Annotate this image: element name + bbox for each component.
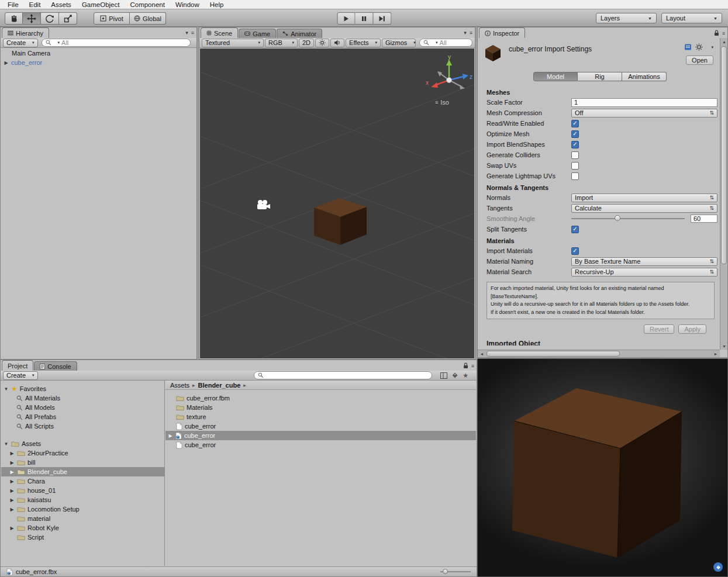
project-search-input[interactable]: [254, 371, 432, 379]
import-blendshapes-checkbox[interactable]: ✓: [571, 141, 579, 148]
material-search-dropdown[interactable]: Recursive-Up ⇅: [571, 268, 717, 277]
tangents-dropdown[interactable]: Calculate ⇅: [571, 204, 717, 213]
breadcrumb-assets[interactable]: Assets: [170, 382, 189, 389]
slider-thumb[interactable]: [615, 215, 620, 221]
gear-icon[interactable]: [695, 43, 703, 51]
hand-tool-button[interactable]: [5, 12, 23, 25]
tab-project[interactable]: Project: [2, 360, 33, 371]
orientation-gizmo[interactable]: y x z: [425, 54, 474, 103]
folder-blender-cube[interactable]: ▶ Blender_cube: [1, 467, 164, 476]
favorite-all-prefabs[interactable]: All Prefabs: [1, 412, 164, 421]
label-tag-icon[interactable]: [451, 372, 458, 379]
audio-toggle-button[interactable]: [330, 39, 344, 47]
lock-icon[interactable]: [463, 362, 468, 369]
file-cube-error-selected[interactable]: ▶ cube_error: [165, 431, 476, 440]
scroll-left-icon[interactable]: ◄: [478, 350, 486, 358]
lock-icon[interactable]: [714, 30, 719, 36]
folder-locomotion-setup[interactable]: ▶ Locomotion Setup: [1, 505, 164, 514]
file-texture[interactable]: texture: [165, 412, 476, 421]
tab-model[interactable]: Model: [533, 72, 578, 81]
step-button[interactable]: [373, 12, 391, 25]
expander-icon[interactable]: ▶: [9, 526, 15, 531]
tab-rig[interactable]: Rig: [578, 72, 622, 81]
pivot-toggle-button[interactable]: Pivot: [94, 12, 130, 25]
folder-house-01[interactable]: ▶ house_01: [1, 486, 164, 495]
mesh-compression-dropdown[interactable]: Off ⇅: [571, 109, 717, 118]
asset-label-button[interactable]: [713, 562, 723, 572]
chevron-down-icon[interactable]: ▾: [185, 30, 188, 36]
layers-dropdown[interactable]: Layers ▼: [596, 13, 657, 23]
folder-chara[interactable]: ▶ Chara: [1, 476, 164, 486]
folder-material[interactable]: material: [1, 514, 164, 523]
gizmos-dropdown[interactable]: Gizmos ▾: [382, 39, 416, 47]
layout-dropdown[interactable]: Layout ▼: [661, 13, 722, 23]
scene-search-input[interactable]: ▾ All: [419, 39, 472, 47]
chevron-down-icon[interactable]: ▾: [711, 45, 713, 50]
generate-lightmap-checkbox[interactable]: [571, 172, 579, 180]
smoothing-angle-slider[interactable]: [571, 218, 685, 219]
scale-factor-input[interactable]: 1: [571, 98, 717, 107]
rotate-tool-button[interactable]: [41, 12, 59, 25]
scroll-up-icon[interactable]: ▲: [720, 38, 728, 45]
expander-icon[interactable]: ▶: [9, 507, 15, 512]
favorite-all-models[interactable]: All Models: [1, 403, 164, 412]
file-cube-error-1[interactable]: cube_error: [165, 421, 476, 431]
menu-gameobject[interactable]: GameObject: [77, 1, 125, 9]
expander-icon[interactable]: ▶: [168, 433, 173, 438]
folder-bill[interactable]: ▶ bill: [1, 458, 164, 467]
breadcrumb-current[interactable]: Blender_cube: [198, 382, 241, 389]
expander-icon[interactable]: ▶: [9, 488, 15, 493]
tab-animator[interactable]: Animator: [277, 29, 322, 38]
panel-menu-icon[interactable]: ≡: [471, 363, 474, 369]
two-pane-icon[interactable]: [440, 372, 447, 379]
hierarchy-create-button[interactable]: Create ▾: [3, 39, 38, 47]
expander-icon[interactable]: ▶: [4, 60, 9, 65]
preview-cube[interactable]: [478, 359, 727, 576]
project-create-button[interactable]: Create ▾: [3, 371, 38, 380]
expander-icon[interactable]: ▶: [9, 460, 15, 465]
chevron-down-icon[interactable]: ▾: [464, 30, 467, 36]
thumbnail-size-slider[interactable]: [440, 571, 471, 572]
camera-gizmo-icon[interactable]: [257, 200, 270, 209]
scene-cube[interactable]: [314, 198, 367, 245]
folder-script[interactable]: Script: [1, 533, 164, 542]
projection-mode-label[interactable]: ≡ Iso: [435, 99, 449, 106]
menu-component[interactable]: Component: [125, 1, 170, 9]
generate-colliders-checkbox[interactable]: [571, 151, 579, 159]
expander-icon[interactable]: ▼: [4, 386, 9, 392]
tab-hierarchy[interactable]: Hierarchy: [2, 27, 49, 38]
hierarchy-item-main-camera[interactable]: Main Camera: [1, 49, 196, 58]
tab-scene[interactable]: Scene: [201, 27, 238, 38]
slider-thumb[interactable]: [443, 569, 448, 574]
read-write-checkbox[interactable]: ✓: [571, 120, 579, 127]
menu-file[interactable]: File: [2, 1, 24, 9]
favorites-root[interactable]: ▼ ★ Favorites: [1, 384, 164, 393]
scrollbar-thumb[interactable]: [487, 351, 620, 357]
split-tangents-checkbox[interactable]: ✓: [571, 226, 579, 233]
help-book-icon[interactable]: [684, 43, 692, 51]
swap-uvs-checkbox[interactable]: [571, 162, 579, 170]
tab-console[interactable]: Console: [34, 361, 77, 371]
normals-dropdown[interactable]: Import ⇅: [571, 194, 717, 202]
play-button[interactable]: [337, 12, 355, 25]
apply-button[interactable]: Apply: [678, 324, 706, 334]
inspector-vertical-scrollbar[interactable]: ▲ ▼: [720, 38, 727, 350]
folder-robot-kyle[interactable]: ▶ Robot Kyle: [1, 523, 164, 533]
tab-inspector[interactable]: Inspector: [479, 27, 525, 38]
menu-window[interactable]: Window: [170, 1, 205, 9]
favorite-star-icon[interactable]: ★: [463, 372, 468, 379]
render-channels-dropdown[interactable]: RGB ▾: [265, 39, 298, 47]
move-tool-button[interactable]: [23, 12, 41, 25]
lighting-toggle-button[interactable]: [315, 39, 329, 47]
scale-tool-button[interactable]: [59, 12, 77, 25]
scene-viewport[interactable]: y x z ≡ Iso: [200, 49, 474, 358]
expander-icon[interactable]: ▶: [9, 469, 15, 475]
asset-preview-panel[interactable]: [477, 358, 728, 577]
hierarchy-item-cube-error[interactable]: ▶ cube_error: [1, 58, 196, 67]
file-materials[interactable]: Materials: [165, 403, 476, 412]
file-cube-error-2[interactable]: cube_error: [165, 440, 476, 450]
effects-dropdown[interactable]: Effects ▾: [346, 39, 381, 47]
folder-kaisatsu[interactable]: ▶ kaisatsu: [1, 495, 164, 505]
shading-mode-dropdown[interactable]: Textured ▾: [202, 39, 264, 47]
scrollbar-thumb[interactable]: [721, 46, 727, 264]
